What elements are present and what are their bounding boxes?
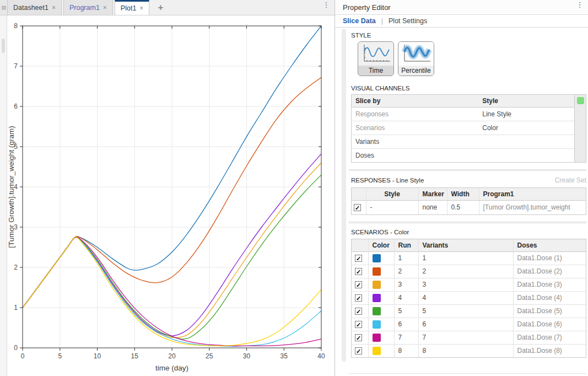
- tab-label: Plot1: [121, 4, 137, 12]
- scenario-run: 8: [394, 344, 418, 357]
- svg-text:0: 0: [21, 352, 25, 360]
- create-set-link[interactable]: Create Set: [555, 176, 586, 184]
- subtab-plot-settings[interactable]: Plot Settings: [389, 17, 427, 25]
- visual-channels-table: Slice by Style Responses Line Style Scen…: [351, 94, 575, 163]
- table-row[interactable]: Doses: [352, 148, 574, 162]
- scenario-checkbox[interactable]: ✓: [355, 334, 362, 341]
- svg-text:8: 8: [14, 22, 18, 30]
- scenario-row[interactable]: ✓22Data1.Dose (2): [352, 265, 586, 278]
- col-marker: Marker: [418, 188, 447, 200]
- visual-channels-side-strip: [575, 94, 586, 163]
- subtab-separator: |: [381, 17, 383, 25]
- scenario-color-swatch[interactable]: [373, 320, 381, 329]
- rail-scroll-thumb[interactable]: [2, 39, 5, 53]
- table-row[interactable]: Responses Line Style: [352, 107, 574, 121]
- scenario-run: 5: [394, 304, 418, 318]
- x-axis-label: time (day): [155, 364, 188, 372]
- close-icon[interactable]: ×: [103, 4, 107, 11]
- col-program1: Program1: [479, 188, 586, 200]
- y-axis-label: [Tumor Growth].tumor_weight (gram): [7, 126, 15, 248]
- close-icon[interactable]: ×: [139, 5, 143, 12]
- property-editor-pane: Property Editor ⋮ Slice Data | Plot Sett…: [335, 0, 588, 376]
- scenario-variants: 6: [418, 318, 513, 331]
- percentile-wave-icon: [398, 42, 434, 66]
- scenario-color-swatch[interactable]: [373, 294, 381, 302]
- svg-text:5: 5: [58, 352, 62, 360]
- scenario-checkbox[interactable]: ✓: [355, 321, 362, 328]
- tab-program1[interactable]: Program1 ×: [63, 0, 113, 15]
- scenario-color-swatch[interactable]: [373, 334, 381, 342]
- svg-text:2: 2: [14, 264, 18, 271]
- scenarios-table: Color Run Variants Doses ✓11Data1.Dose (…: [351, 239, 586, 358]
- svg-text:40: 40: [317, 352, 325, 360]
- scenario-doses: Data1.Dose (4): [513, 291, 586, 304]
- scenario-color-swatch[interactable]: [373, 307, 381, 315]
- scenario-checkbox[interactable]: ✓: [355, 268, 362, 275]
- scenario-row[interactable]: ✓11Data1.Dose (1): [352, 251, 586, 265]
- scenario-variants: 2: [418, 265, 513, 278]
- subtab-slice-data[interactable]: Slice Data: [343, 17, 376, 25]
- scenario-variants: 3: [418, 278, 513, 291]
- scenario-row[interactable]: ✓44Data1.Dose (4): [352, 291, 586, 304]
- scenario-row[interactable]: ✓33Data1.Dose (3): [352, 278, 586, 291]
- tab-plot1[interactable]: Plot1 ×: [115, 0, 150, 15]
- style-buttons: Time Percentile: [351, 41, 586, 76]
- panel-handle[interactable]: [0, 0, 7, 15]
- visual-channels-title: VISUAL CHANNELS: [351, 85, 586, 92]
- table-row[interactable]: Variants: [352, 135, 574, 148]
- property-editor-menu-icon[interactable]: ⋮: [576, 3, 584, 12]
- scenario-color-swatch[interactable]: [373, 347, 381, 355]
- scenario-checkbox[interactable]: ✓: [355, 281, 362, 288]
- col-width: Width: [447, 188, 479, 200]
- property-editor-title: Property Editor: [343, 3, 391, 12]
- svg-text:35: 35: [280, 352, 288, 360]
- scenario-row[interactable]: ✓55Data1.Dose (5): [352, 304, 586, 318]
- scenario-row[interactable]: ✓66Data1.Dose (6): [352, 318, 586, 331]
- document-pane: Datasheet1 × Program1 × Plot1 × + ⋮ 0510…: [7, 0, 335, 376]
- section-separator: [349, 169, 586, 171]
- scenario-checkbox[interactable]: ✓: [355, 255, 362, 262]
- style-time-button[interactable]: Time: [358, 41, 394, 76]
- scenario-checkbox[interactable]: ✓: [355, 294, 362, 302]
- scenario-variants: 5: [418, 304, 513, 318]
- tab-datasheet1[interactable]: Datasheet1 ×: [7, 0, 62, 15]
- scenario-row[interactable]: ✓88Data1.Dose (8): [352, 344, 586, 357]
- scenario-variants: 1: [418, 251, 513, 265]
- add-tab-button[interactable]: +: [151, 0, 170, 15]
- scenario-doses: Data1.Dose (5): [513, 304, 586, 318]
- table-row[interactable]: Scenarios Color: [352, 121, 574, 135]
- response-checkbox[interactable]: ✓: [354, 204, 361, 211]
- left-panel-rail: [0, 0, 7, 376]
- property-editor-content: STYLE Time: [351, 28, 586, 374]
- col-color: Color: [368, 239, 394, 251]
- scenario-doses: Data1.Dose (8): [513, 344, 586, 357]
- svg-text:7: 7: [14, 62, 18, 70]
- app-window: Datasheet1 × Program1 × Plot1 × + ⋮ 0510…: [0, 0, 588, 376]
- svg-text:20: 20: [168, 352, 176, 360]
- scenarios-subtitle: Color: [394, 229, 409, 235]
- svg-text:0: 0: [14, 344, 18, 352]
- style-percentile-button[interactable]: Percentile: [398, 41, 434, 76]
- channel-indicator-swatch[interactable]: [577, 97, 584, 104]
- scenario-run: 4: [394, 291, 418, 304]
- table-row[interactable]: ✓ - none 0.5 [Tumor Growth].tumor_weight: [352, 200, 586, 214]
- svg-text:30: 30: [243, 352, 251, 360]
- scenario-variants: 4: [418, 291, 513, 304]
- hamburger-icon: [2, 6, 6, 10]
- scenario-checkbox[interactable]: ✓: [355, 308, 362, 315]
- scenario-color-swatch[interactable]: [373, 254, 381, 262]
- scenario-doses: Data1.Dose (1): [513, 251, 586, 265]
- scenario-row[interactable]: ✓77Data1.Dose (7): [352, 331, 586, 344]
- plot-pane-menu-icon[interactable]: ⋮: [322, 3, 330, 12]
- scenario-run: 2: [394, 265, 418, 278]
- scenario-checkbox[interactable]: ✓: [355, 347, 362, 354]
- document-tabbar: Datasheet1 × Program1 × Plot1 × + ⋮: [7, 0, 335, 15]
- scenario-run: 7: [394, 331, 418, 344]
- scenario-color-swatch[interactable]: [373, 267, 381, 276]
- close-icon[interactable]: ×: [52, 4, 56, 11]
- scenario-doses: Data1.Dose (2): [513, 265, 586, 278]
- scenario-run: 1: [394, 251, 418, 265]
- scenario-color-swatch[interactable]: [373, 281, 381, 289]
- property-editor-scrollbar[interactable]: [342, 29, 346, 362]
- tab-label: Program1: [69, 4, 100, 12]
